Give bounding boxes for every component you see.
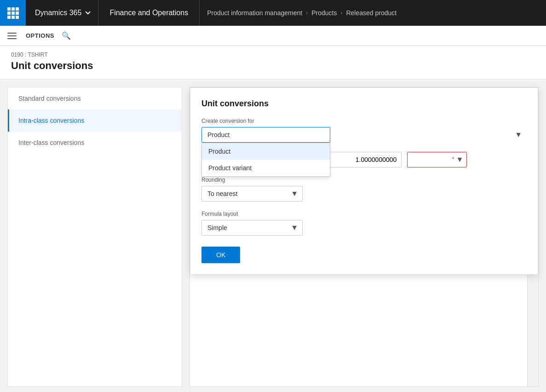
rounding-select[interactable]: To nearest Up Down <box>201 186 303 202</box>
dropdown-item-product-variant[interactable]: Product variant <box>202 160 330 176</box>
formula-select[interactable]: Simple Advanced <box>201 220 303 236</box>
create-conversion-select-wrapper: Product Product variant ▼ Product Produc… <box>201 127 527 143</box>
modal-title: Unit conversions <box>201 99 527 109</box>
page-title: Unit conversions <box>11 60 535 72</box>
breadcrumb-product-mgmt[interactable]: Product information management <box>207 9 302 17</box>
breadcrumb-area: Product information management › Product… <box>200 0 546 26</box>
breadcrumb-sep-2: › <box>340 10 342 16</box>
nav-standard-conversions[interactable]: Standard conversions <box>8 87 182 110</box>
top-nav: Dynamics 365 Finance and Operations Prod… <box>0 0 546 26</box>
unit-conversions-modal: Unit conversions Create conversion for P… <box>190 87 538 275</box>
main-content: Standard conversions Intra-class convers… <box>0 80 546 392</box>
to-unit-input[interactable] <box>407 152 467 167</box>
breadcrumb-released[interactable]: Released product <box>346 9 397 17</box>
dynamics-nav[interactable]: Dynamics 365 <box>26 0 98 26</box>
to-unit-required: * <box>452 156 454 162</box>
breadcrumb-products[interactable]: Products <box>311 9 337 17</box>
nav-inter-class-conversions[interactable]: Inter-class conversions <box>8 132 182 154</box>
create-conversion-label: Create conversion for <box>201 118 527 124</box>
search-icon[interactable]: 🔍 <box>62 31 71 40</box>
page-header: 0190 : TSHIRT Unit conversions <box>0 46 546 80</box>
page-breadcrumb: 0190 : TSHIRT <box>11 52 535 58</box>
rounding-label: Rounding <box>201 177 527 183</box>
to-unit-select-wrapper: * ▼ <box>407 152 467 167</box>
dropdown-item-product[interactable]: Product <box>202 143 330 160</box>
select-arrow-icon: ▼ <box>515 131 522 139</box>
formula-label: Formula layout <box>201 211 527 217</box>
app-icon[interactable] <box>0 0 26 26</box>
formula-select-wrapper: Simple Advanced ▼ <box>201 220 303 236</box>
fo-nav: Finance and Operations <box>98 0 200 26</box>
nav-intra-class-conversions[interactable]: Intra-class conversions <box>8 110 182 132</box>
breadcrumb-sep-1: › <box>306 10 308 16</box>
dynamics-chevron <box>86 9 91 14</box>
rounding-select-wrapper: To nearest Up Down ▼ <box>201 186 303 202</box>
create-conversion-select[interactable]: Product Product variant <box>201 127 330 143</box>
options-label: OPTIONS <box>26 32 54 39</box>
fo-label: Finance and Operations <box>109 9 188 17</box>
waffle-grid <box>7 7 19 19</box>
ok-button[interactable]: OK <box>201 247 240 263</box>
formula-section: Formula layout Simple Advanced ▼ <box>201 211 527 236</box>
left-nav-panel: Standard conversions Intra-class convers… <box>7 87 182 387</box>
dynamics-label: Dynamics 365 <box>35 9 81 17</box>
rounding-section: Rounding To nearest Up Down ▼ <box>201 177 527 202</box>
right-panel: Set up product-specific conversion rules… <box>190 87 539 387</box>
hamburger-menu[interactable] <box>7 33 17 39</box>
toolbar-row: OPTIONS 🔍 <box>0 26 546 46</box>
dropdown-list: Product Product variant <box>201 143 330 177</box>
